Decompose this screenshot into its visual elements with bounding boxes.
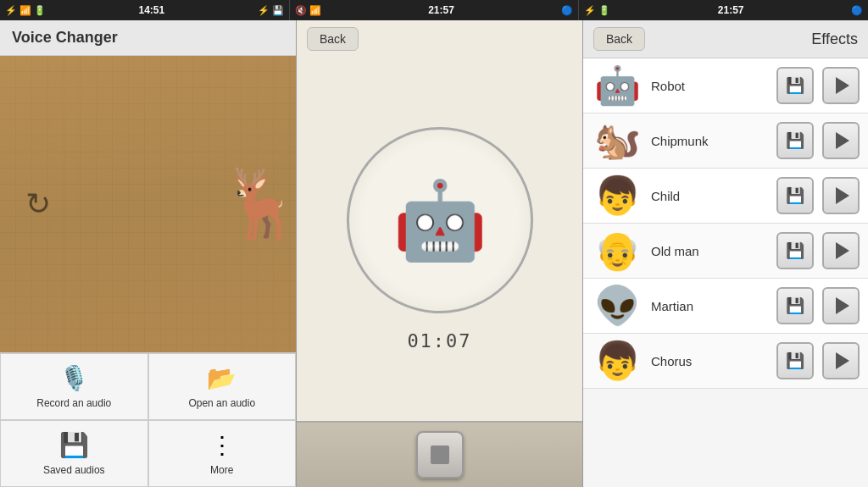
- record-circle: 🤖: [347, 127, 533, 313]
- child-effect-name: Child: [651, 189, 768, 203]
- robot-save-button[interactable]: 💾: [776, 67, 814, 104]
- open-audio-button[interactable]: 📂 Open an audio: [148, 353, 297, 420]
- martian-effect-emoji: 👽: [592, 284, 643, 328]
- effect-row-chipmunk: 🐿️ Chipmunk 💾: [583, 113, 868, 169]
- sd2-icon: 💾: [272, 5, 284, 16]
- chorus-save-button[interactable]: 💾: [776, 342, 814, 379]
- robot-effect-emoji: 🤖: [592, 64, 643, 108]
- oldman-play-button[interactable]: [822, 232, 860, 269]
- effect-row-martian: 👽 Martian 💾: [583, 279, 868, 334]
- status-bars-container: ⚡ 📶 🔋 14:51 ⚡ 💾 🔇 📶 21:57 🔵 ⚡ 🔋 21:57 🔵: [0, 0, 868, 20]
- effects-list: 🤖 Robot 💾 🐿️ Chipmunk 💾: [583, 58, 868, 487]
- refresh-icon: ↻: [25, 186, 51, 222]
- status-bar-1-left-icons: ⚡ 📶 🔋: [5, 5, 46, 16]
- effect-row-chorus: 👦 Chorus 💾: [583, 334, 868, 389]
- save-floppy-icon: 💾: [786, 76, 804, 95]
- effects-back-button[interactable]: Back: [593, 27, 645, 51]
- robot-play-button[interactable]: [822, 67, 860, 104]
- status-bar-2: 🔇 📶 21:57 🔵: [289, 0, 579, 20]
- status-bar-2-left-icons: 🔇 📶: [295, 5, 321, 16]
- battery-icon-1: 🔋: [34, 5, 46, 16]
- effect-row-child: 👦 Child 💾: [583, 169, 868, 224]
- martian-save-button[interactable]: 💾: [776, 287, 814, 324]
- bt2-icon: 🔵: [851, 5, 863, 16]
- usb-icon: ⚡: [5, 5, 17, 16]
- play-triangle-icon-5: [836, 297, 849, 314]
- chorus-play-button[interactable]: [822, 342, 860, 379]
- recording-content: 🤖 01:07: [297, 58, 582, 421]
- voice-changer-action-buttons: 🎙️ Record an audio 📂 Open an audio 💾 Sav…: [0, 352, 296, 487]
- stop-button[interactable]: [416, 431, 464, 479]
- panel-voice-changer: Voice Changer ↻ 🦌 🎙️ Record an audio 📂 O…: [0, 20, 297, 487]
- child-play-button[interactable]: [822, 177, 860, 214]
- chipmunk-effect-name: Chipmunk: [651, 134, 768, 148]
- recording-header: Back: [297, 20, 582, 58]
- sd-icon: 📶: [19, 5, 31, 16]
- panel-recording: Back 🤖 01:07: [297, 20, 583, 487]
- more-dots-icon: ⋮: [210, 431, 234, 459]
- status-bar-3: ⚡ 🔋 21:57 🔵: [578, 0, 868, 20]
- play-triangle-icon-3: [836, 187, 849, 204]
- saved-audios-label: Saved audios: [43, 464, 105, 476]
- save-icon: 💾: [59, 431, 89, 459]
- chorus-effect-name: Chorus: [651, 354, 768, 368]
- status-time-3: 21:57: [718, 4, 744, 16]
- play-triangle-icon: [836, 77, 849, 94]
- robot-recording-emoji: 🤖: [392, 176, 487, 265]
- status-time-1: 14:51: [138, 4, 164, 16]
- status-time-2: 21:57: [428, 4, 454, 16]
- chorus-effect-emoji: 👦: [592, 339, 643, 383]
- more-button[interactable]: ⋮ More: [148, 420, 297, 487]
- robot-effect-name: Robot: [651, 79, 768, 93]
- save-floppy-icon-4: 💾: [786, 241, 804, 260]
- vol-off-icon: 🔇: [295, 5, 307, 16]
- chipmunk-effect-emoji: 🐿️: [592, 119, 643, 163]
- save-floppy-icon-5: 💾: [786, 296, 804, 315]
- status-bar-1: ⚡ 📶 🔋 14:51 ⚡ 💾: [0, 0, 289, 20]
- chipmunk-play-button[interactable]: [822, 122, 860, 159]
- status-bar-3-left-icons: ⚡ 🔋: [584, 5, 610, 16]
- save-floppy-icon-6: 💾: [786, 351, 804, 370]
- more-label: More: [210, 464, 233, 476]
- recording-footer: [297, 421, 582, 487]
- save-floppy-icon-3: 💾: [786, 186, 804, 205]
- effect-row-oldman: 👴 Old man 💾: [583, 224, 868, 279]
- status-bar-3-right-icons: 🔵: [851, 5, 863, 16]
- effects-title: Effects: [811, 30, 858, 48]
- panel-effects: Back Effects 🤖 Robot 💾 🐿️ Chipmunk �: [583, 20, 868, 487]
- record-audio-label: Record an audio: [36, 397, 111, 409]
- saved-audios-button[interactable]: 💾 Saved audios: [0, 420, 148, 487]
- play-triangle-icon-6: [836, 352, 849, 369]
- recording-back-button[interactable]: Back: [307, 27, 359, 51]
- save-floppy-icon-2: 💾: [786, 131, 804, 150]
- martian-effect-name: Martian: [651, 299, 768, 313]
- panels-container: Voice Changer ↻ 🦌 🎙️ Record an audio 📂 O…: [0, 20, 868, 487]
- martian-play-button[interactable]: [822, 287, 860, 324]
- child-effect-emoji: 👦: [592, 174, 643, 218]
- record-audio-button[interactable]: 🎙️ Record an audio: [0, 353, 148, 420]
- recording-timer: 01:07: [407, 330, 471, 351]
- status-bar-2-right-icons: 🔵: [561, 5, 573, 16]
- folder-icon: 📂: [207, 364, 236, 392]
- open-audio-label: Open an audio: [188, 397, 255, 409]
- usb2-icon: ⚡: [258, 5, 270, 16]
- play-triangle-icon-2: [836, 132, 849, 149]
- status-bar-1-right-icons: ⚡ 💾: [258, 5, 284, 16]
- oldman-save-button[interactable]: 💾: [776, 232, 814, 269]
- child-save-button[interactable]: 💾: [776, 177, 814, 214]
- microphone-icon: 🎙️: [59, 364, 89, 392]
- effect-row-robot: 🤖 Robot 💾: [583, 58, 868, 113]
- oldman-effect-name: Old man: [651, 244, 768, 258]
- voice-changer-title: Voice Changer: [12, 29, 118, 46]
- wifi-icon: 📶: [309, 5, 321, 16]
- chipmunk-save-button[interactable]: 💾: [776, 122, 814, 159]
- stop-square-icon: [431, 445, 449, 464]
- effects-header: Back Effects: [583, 20, 868, 58]
- usb3-icon: ⚡: [584, 5, 596, 16]
- bt-icon: 🔵: [561, 5, 573, 16]
- deer-character: 🦌: [220, 164, 296, 244]
- voice-changer-main-area: ↻ 🦌: [0, 56, 296, 352]
- battery2-icon: 🔋: [598, 5, 610, 16]
- play-triangle-icon-4: [836, 242, 849, 259]
- oldman-effect-emoji: 👴: [592, 229, 643, 273]
